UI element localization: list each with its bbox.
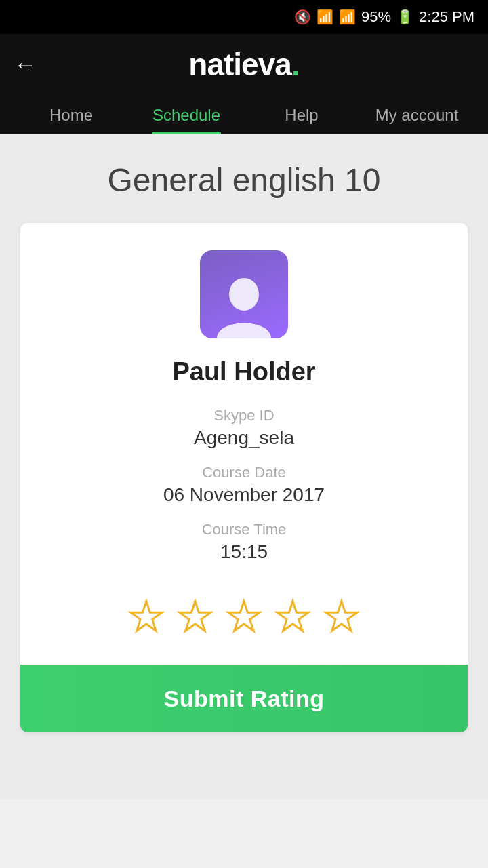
- star-5[interactable]: ★: [323, 597, 360, 637]
- logo-dot: .: [291, 47, 300, 82]
- avatar-silhouette: [214, 274, 274, 338]
- logo-text: natieva: [188, 47, 291, 82]
- svg-point-0: [229, 278, 259, 311]
- header: ← natieva. Home Schedule Help My account: [0, 34, 488, 134]
- avatar: [200, 250, 288, 338]
- course-time-value: 15:15: [202, 541, 287, 563]
- star-1[interactable]: ★: [128, 597, 165, 637]
- course-date-block: Course Date 06 November 2017: [163, 464, 325, 506]
- page-title: General english 10: [108, 161, 381, 199]
- signal-icon: 📶: [339, 9, 356, 25]
- course-time-label: Course Time: [202, 521, 287, 538]
- mute-icon: 🔇: [294, 9, 311, 25]
- main-content: General english 10 Paul Holder Skype ID …: [0, 134, 488, 799]
- battery-icon: 🔋: [396, 9, 413, 25]
- star-3[interactable]: ★: [226, 597, 262, 637]
- star-4[interactable]: ★: [274, 597, 311, 637]
- submit-rating-button[interactable]: Submit Rating: [20, 665, 468, 732]
- wifi-icon: 📶: [317, 9, 333, 25]
- status-bar: 🔇 📶 📶 95% 🔋 2:25 PM: [0, 0, 488, 34]
- nav-tabs: Home Schedule Help My account: [14, 95, 474, 134]
- time-text: 2:25 PM: [419, 8, 474, 26]
- tutor-name: Paul Holder: [172, 357, 315, 387]
- rating-stars: ★ ★ ★ ★ ★: [128, 597, 360, 637]
- tab-help[interactable]: Help: [244, 95, 359, 134]
- skype-block: Skype ID Ageng_sela: [194, 407, 294, 449]
- back-button[interactable]: ←: [14, 53, 37, 76]
- logo: natieva.: [188, 46, 299, 83]
- tab-home[interactable]: Home: [14, 95, 129, 134]
- skype-label: Skype ID: [194, 407, 294, 425]
- tab-my-account[interactable]: My account: [359, 95, 474, 134]
- battery-text: 95%: [361, 8, 391, 26]
- star-2[interactable]: ★: [177, 597, 214, 637]
- profile-card: Paul Holder Skype ID Ageng_sela Course D…: [20, 223, 468, 732]
- tab-schedule[interactable]: Schedule: [129, 95, 244, 134]
- course-date-label: Course Date: [163, 464, 325, 481]
- course-time-block: Course Time 15:15: [202, 521, 287, 563]
- course-date-value: 06 November 2017: [163, 484, 325, 506]
- skype-value: Ageng_sela: [194, 427, 294, 449]
